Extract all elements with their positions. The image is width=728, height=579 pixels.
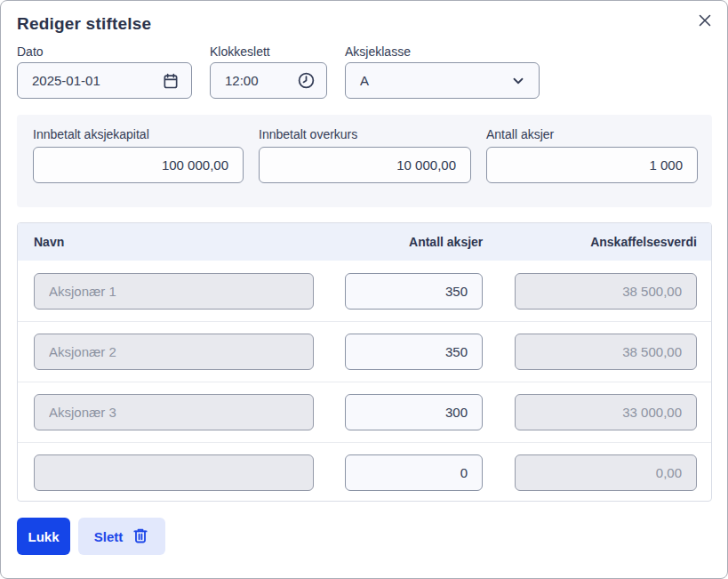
- table-row: [18, 382, 711, 442]
- header-cost: Anskaffelsesverdi: [515, 235, 697, 249]
- shareholder-shares-input[interactable]: [345, 394, 483, 430]
- header-name: Navn: [34, 235, 315, 249]
- share-class-select[interactable]: A: [345, 62, 540, 99]
- chevron-down-icon: [508, 71, 528, 91]
- close-button[interactable]: [695, 12, 715, 31]
- time-field: [210, 62, 327, 99]
- shareholder-cost-input: [515, 334, 697, 370]
- trash-icon: [132, 527, 149, 547]
- close-dialog-label: Lukk: [28, 529, 59, 544]
- shareholder-shares-input[interactable]: [345, 454, 483, 491]
- header-shares: Antall aksjer: [346, 235, 484, 249]
- share-count-label: Antall aksjer: [486, 127, 554, 141]
- table-row: [18, 321, 711, 382]
- close-dialog-button[interactable]: Lukk: [17, 518, 70, 555]
- share-count-input[interactable]: [487, 148, 697, 182]
- table-row: [18, 261, 711, 321]
- shareholder-name-input: [34, 273, 314, 310]
- shareholder-cost-input: [515, 394, 697, 430]
- close-icon: [698, 13, 712, 30]
- calendar-icon[interactable]: [161, 71, 180, 91]
- clock-icon[interactable]: [296, 71, 316, 91]
- share-class-value: A: [346, 73, 508, 88]
- table-header-row: Navn Antall aksjer Anskaffelsesverdi: [18, 223, 711, 261]
- paid-capital-field: [33, 147, 244, 183]
- paid-premium-label: Innbetalt overkurs: [259, 127, 357, 141]
- paid-premium-field: [259, 147, 471, 183]
- date-input[interactable]: [18, 73, 161, 88]
- dialog-actions: Lukk Slett: [17, 518, 165, 555]
- paid-premium-input[interactable]: [260, 148, 470, 182]
- edit-founding-dialog: Rediger stiftelse Dato Klokkeslett Aksje…: [0, 0, 728, 579]
- shareholder-shares-input[interactable]: [345, 273, 483, 310]
- time-label: Klokkeslett: [210, 44, 270, 59]
- time-input[interactable]: [211, 73, 296, 88]
- delete-label: Slett: [94, 529, 124, 544]
- share-count-field: [486, 147, 698, 183]
- paid-capital-label: Innbetalt aksjekapital: [33, 127, 149, 141]
- shareholder-cost-input: [515, 454, 697, 491]
- shareholders-table: Navn Antall aksjer Anskaffelsesverdi: [17, 222, 712, 502]
- date-field: [17, 62, 192, 99]
- shareholder-shares-input[interactable]: [345, 334, 483, 370]
- paid-capital-input[interactable]: [34, 148, 243, 182]
- delete-button[interactable]: Slett: [78, 518, 165, 555]
- summary-section: Innbetalt aksjekapital Innbetalt overkur…: [17, 115, 712, 207]
- share-class-label: Aksjeklasse: [345, 44, 411, 59]
- table-row: [18, 442, 711, 503]
- shareholder-name-input: [34, 334, 314, 370]
- date-label: Dato: [17, 44, 44, 59]
- shareholder-name-input: [34, 394, 314, 430]
- shareholder-name-input: [34, 454, 314, 491]
- dialog-title: Rediger stiftelse: [17, 14, 151, 34]
- shareholder-cost-input: [515, 273, 697, 310]
